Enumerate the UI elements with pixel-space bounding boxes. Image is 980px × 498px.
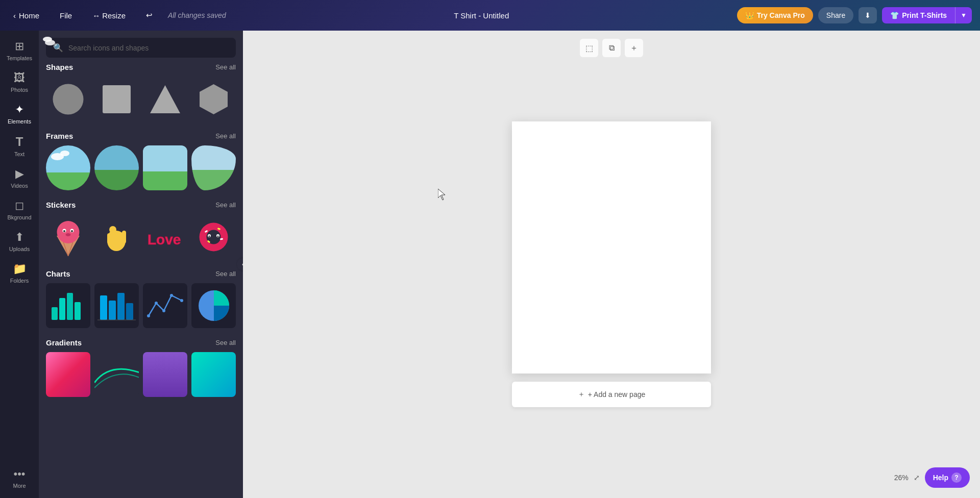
chart-bar-2[interactable]	[94, 283, 139, 328]
sidebar-item-photos[interactable]: 🖼 Photos	[2, 67, 37, 97]
shape-triangle[interactable]	[143, 77, 187, 121]
main-content: ⊞ Templates 🖼 Photos ✦ Elements T Text ▶…	[0, 31, 980, 498]
document-title[interactable]: T Shirt - Untitled	[454, 11, 509, 20]
print-button[interactable]: 👕 Print T-Shirts	[882, 7, 955, 23]
svg-rect-15	[122, 231, 126, 243]
home-button[interactable]: ‹ Home	[8, 8, 44, 23]
svg-point-38	[147, 314, 150, 317]
gradient-teal[interactable]	[191, 352, 236, 397]
charts-see-all-button[interactable]: See all	[215, 270, 236, 278]
canvas-bottom-right: 26% ⤢ Help ?	[894, 467, 970, 488]
undo-button[interactable]: ↩	[141, 8, 158, 23]
svg-point-42	[180, 299, 183, 302]
canvas-toolbar: ⬚ ⧉ ＋	[580, 39, 643, 57]
elements-icon: ✦	[15, 103, 24, 116]
shape-hexagon[interactable]	[191, 77, 236, 121]
crown-icon: 👑	[745, 11, 754, 19]
frames-see-all-button[interactable]: See all	[215, 132, 236, 140]
cursor	[438, 189, 448, 203]
help-label: Help	[933, 474, 948, 482]
try-pro-label: Try Canva Pro	[757, 11, 805, 19]
home-label: Home	[19, 11, 39, 20]
resize-button[interactable]: ↔ Resize	[87, 8, 131, 23]
header-center: T Shirt - Untitled	[234, 11, 729, 20]
sticker-love[interactable]: Love	[143, 214, 187, 259]
frame-circle-1[interactable]	[46, 145, 90, 190]
download-button[interactable]: ⬇	[859, 7, 877, 23]
canvas-page[interactable]	[512, 121, 711, 374]
add-page-label: + Add a new page	[588, 390, 646, 399]
try-pro-button[interactable]: 👑 Try Canva Pro	[737, 7, 813, 23]
svg-rect-31	[67, 293, 73, 320]
sidebar-item-elements[interactable]: ✦ Elements	[2, 99, 37, 129]
gradient-purple[interactable]	[143, 352, 187, 397]
sidebar-label-uploads: Uploads	[9, 246, 30, 252]
header-left: ‹ Home File ↔ Resize ↩ All changes saved	[8, 8, 226, 23]
svg-rect-34	[109, 301, 116, 320]
share-label: Share	[826, 11, 845, 19]
sidebar-item-templates[interactable]: ⊞ Templates	[2, 36, 37, 65]
shape-circle[interactable]	[46, 77, 90, 121]
search-container: 🔍	[39, 31, 243, 63]
gradients-header: Gradients See all	[46, 338, 236, 347]
sidebar-item-videos[interactable]: ▶ Videos	[2, 163, 37, 193]
frame-rounded-rect[interactable]	[143, 145, 187, 190]
sidebar-item-text[interactable]: T Text	[2, 131, 37, 161]
gradient-green-line[interactable]	[94, 352, 139, 397]
frame-circle-2[interactable]	[94, 145, 139, 190]
svg-point-28	[217, 235, 219, 237]
stickers-see-all-button[interactable]: See all	[215, 201, 236, 209]
svg-point-7	[57, 221, 80, 243]
search-input[interactable]	[68, 44, 229, 52]
zoom-expand-button[interactable]: ⤢	[914, 474, 920, 482]
add-page-button[interactable]: ＋ + Add a new page	[512, 382, 711, 407]
add-tool-button[interactable]: ＋	[625, 39, 643, 57]
stickers-section: Stickers See all	[46, 201, 236, 259]
share-button[interactable]: Share	[818, 7, 853, 23]
print-button-group: 👕 Print T-Shirts ▼	[882, 7, 972, 23]
frame-tool-button[interactable]: ⬚	[580, 39, 598, 57]
resize-icon: ↔	[92, 11, 100, 20]
print-dropdown-button[interactable]: ▼	[955, 7, 972, 23]
add-page-icon: ＋	[578, 390, 585, 399]
sticker-icecream[interactable]	[46, 214, 90, 259]
chart-bar-1[interactable]	[46, 283, 90, 328]
gradients-see-all-button[interactable]: See all	[215, 339, 236, 346]
canvas-wrapper: ＋ + Add a new page	[512, 121, 711, 407]
sidebar-item-folders[interactable]: 📁 Folders	[2, 258, 37, 288]
sidebar-label-videos: Videos	[11, 183, 28, 189]
gradients-section: Gradients See all	[46, 338, 236, 397]
chart-pie[interactable]	[191, 283, 236, 328]
print-label: Print T-Shirts	[902, 11, 947, 19]
charts-title: Charts	[46, 269, 70, 278]
sidebar-label-elements: Elements	[8, 118, 31, 124]
chart-line[interactable]	[143, 283, 187, 328]
sidebar-label-folders: Folders	[10, 278, 29, 284]
svg-rect-1	[103, 85, 131, 113]
shapes-see-all-button[interactable]: See all	[215, 63, 236, 71]
sticker-donut[interactable]	[191, 214, 236, 259]
help-question-mark: ?	[951, 472, 962, 483]
sticker-ok-hand[interactable]	[94, 214, 139, 259]
sidebar: ⊞ Templates 🖼 Photos ✦ Elements T Text ▶…	[0, 31, 39, 498]
photos-icon: 🖼	[14, 71, 25, 85]
svg-rect-30	[59, 298, 65, 320]
shape-square[interactable]	[94, 77, 139, 121]
templates-icon: ⊞	[15, 40, 24, 53]
saved-status: All changes saved	[168, 11, 226, 19]
resize-label: Resize	[102, 11, 126, 20]
sidebar-item-uploads[interactable]: ⬆ Uploads	[2, 227, 37, 256]
svg-point-27	[209, 235, 210, 237]
more-icon: •••	[13, 467, 25, 481]
help-button[interactable]: Help ?	[925, 467, 970, 488]
frame-hex[interactable]	[191, 145, 236, 190]
sidebar-item-background[interactable]: ◻ Bkground	[2, 195, 37, 225]
file-button[interactable]: File	[55, 8, 77, 23]
duplicate-tool-button[interactable]: ⧉	[602, 39, 621, 57]
frames-section: Frames See all	[46, 132, 236, 190]
gradients-title: Gradients	[46, 338, 82, 347]
header-right: 👑 Try Canva Pro Share ⬇ 👕 Print T-Shirts…	[737, 7, 972, 23]
gradient-pink[interactable]	[46, 352, 90, 397]
sidebar-item-more[interactable]: ••• More	[2, 463, 37, 493]
sidebar-label-photos: Photos	[11, 87, 28, 93]
